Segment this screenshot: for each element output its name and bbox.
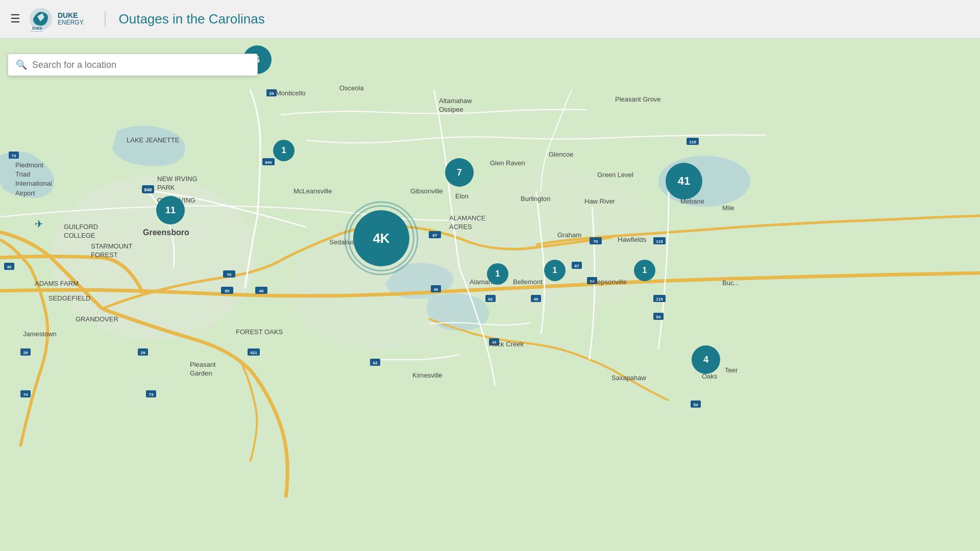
svg-text:73: 73	[12, 154, 16, 158]
svg-text:73: 73	[149, 392, 154, 397]
svg-text:40: 40	[259, 289, 264, 293]
svg-text:119: 119	[689, 140, 696, 144]
svg-text:49: 49	[492, 340, 497, 345]
search-icon: 🔍	[16, 59, 27, 70]
svg-text:54: 54	[694, 403, 698, 407]
logo-energy: ENERGY.	[58, 19, 84, 26]
duke-energy-logo: DUKE ENERGY.	[28, 6, 54, 32]
map-background: 840 73 40 85 40 840 29 70 87 40 62 49 87…	[0, 38, 980, 551]
svg-text:87: 87	[433, 233, 437, 238]
svg-text:87: 87	[575, 264, 579, 268]
marker-4k[interactable]: 4K	[353, 210, 409, 266]
hamburger-button[interactable]: ☰	[10, 12, 20, 26]
marker-41[interactable]: 41	[666, 163, 702, 199]
svg-text:29: 29	[141, 350, 145, 355]
marker-1a[interactable]: 1	[273, 140, 295, 161]
svg-text:70: 70	[227, 272, 232, 277]
logo-duke: DUKE	[58, 12, 84, 19]
search-input[interactable]	[32, 60, 250, 70]
svg-text:840: 840	[265, 160, 272, 165]
svg-text:62: 62	[373, 361, 378, 365]
svg-text:85: 85	[225, 289, 230, 293]
svg-text:119: 119	[656, 239, 663, 244]
svg-text:421: 421	[250, 350, 257, 355]
marker-1c[interactable]: 1	[544, 260, 566, 281]
marker-7[interactable]: 7	[445, 158, 474, 187]
svg-text:40: 40	[7, 265, 12, 269]
search-box[interactable]: 🔍	[8, 54, 258, 76]
svg-text:ENERGY.: ENERGY.	[31, 31, 44, 32]
marker-4[interactable]: 4	[692, 345, 720, 374]
airport-icon: ✈	[35, 218, 43, 230]
svg-text:40: 40	[434, 287, 438, 292]
svg-text:DUKE: DUKE	[32, 27, 42, 30]
page-title: Outages in the Carolinas	[105, 11, 264, 27]
svg-text:840: 840	[144, 187, 152, 192]
svg-text:119: 119	[656, 297, 663, 302]
svg-text:29: 29	[270, 91, 274, 96]
svg-text:62: 62	[488, 297, 493, 302]
svg-text:54: 54	[590, 279, 595, 284]
map-container[interactable]: 840 73 40 85 40 840 29 70 87 40 62 49 87…	[0, 38, 980, 551]
svg-text:29: 29	[23, 350, 28, 355]
marker-11[interactable]: 11	[156, 196, 185, 224]
header: ☰ DUKE ENERGY. DUKE ENERGY. Outages in t…	[0, 0, 980, 38]
marker-1b[interactable]: 1	[487, 263, 508, 285]
svg-text:54: 54	[656, 315, 661, 319]
logo-area: DUKE ENERGY. DUKE ENERGY.	[28, 6, 84, 32]
svg-text:49: 49	[534, 297, 538, 302]
svg-text:70: 70	[594, 239, 598, 244]
svg-text:74: 74	[23, 392, 28, 397]
marker-1d[interactable]: 1	[634, 260, 655, 281]
